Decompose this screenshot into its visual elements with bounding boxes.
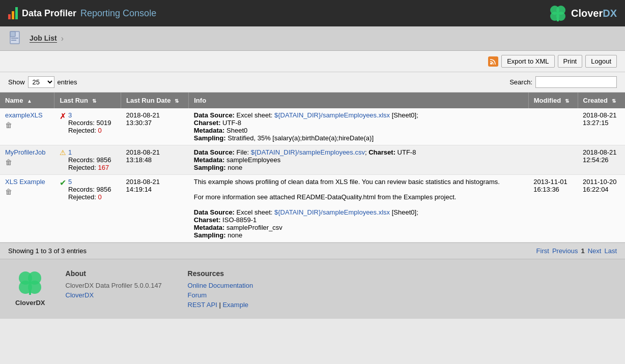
app-name: Data Profiler (22, 8, 76, 19)
info-metadata: sampleEmployees (224, 156, 280, 164)
pagination-next[interactable]: Next (588, 247, 602, 255)
job-name-link[interactable]: XLS Example (5, 178, 45, 186)
job-name-cell: exampleXLS 🗑 (0, 108, 54, 145)
breadcrumb-arrow: › (61, 34, 64, 43)
info-datasource-label: Data Source: (194, 208, 235, 216)
breadcrumb-bar: Job List › (0, 26, 625, 51)
status-error-icon: ✗ (60, 111, 66, 121)
modified-cell (528, 108, 578, 145)
info-metadata-label: Metadata: (194, 224, 225, 231)
info-sampling: Stratified, 35% [salary(a);birthDate(a);… (226, 134, 374, 142)
info-datasource: Excel sheet: ${DATAIN_DIR}/sampleEmploye… (235, 208, 418, 216)
api-example-links: REST API | Example (188, 301, 290, 309)
doc-link[interactable]: Online Documentation (188, 282, 290, 289)
rejected-label: Rejected: 167 (68, 164, 111, 171)
modified-time: 16:13:36 (533, 186, 559, 193)
col-last-run[interactable]: Last Run ⇅ (54, 93, 121, 108)
pagination-previous[interactable]: Previous (552, 247, 578, 255)
created-cell: 2011-10-20 16:22:04 (578, 175, 625, 242)
pagination-bar: Showing 1 to 3 of 3 entries First Previo… (0, 242, 625, 259)
last-run-date-cell: 2018-08-21 13:18:48 (121, 145, 189, 175)
showing-text: Showing 1 to 3 of 3 entries (8, 247, 87, 255)
created-date: 2018-08-21 (583, 111, 617, 119)
footer-clover-icon (17, 269, 43, 296)
info-datasource-label: Data Source: (194, 148, 235, 156)
job-name-link[interactable]: MyProfilerJob (5, 148, 45, 156)
show-entries-bar: Show 25 50 100 entries Search: (0, 72, 625, 93)
rejected-value: 167 (98, 164, 109, 171)
search-label: Search: (509, 78, 532, 86)
created-time: 13:27:15 (583, 119, 609, 127)
rest-api-link[interactable]: REST API (188, 301, 217, 309)
table-row: XLS Example 🗑 ✔ 5 Records: 9856 Rejected… (0, 175, 625, 242)
records-value: 5019 (97, 119, 111, 127)
modified-cell (528, 145, 578, 175)
breadcrumb-link[interactable]: Job List (30, 34, 57, 43)
info-datasource: Excel sheet: ${DATAIN_DIR}/sampleEmploye… (235, 111, 418, 119)
info-metadata: sampleProfiler_csv (224, 224, 282, 231)
last-run-cell: ✔ 5 Records: 9856 Rejected: 0 (54, 175, 121, 242)
jobs-table: Name ▲ Last Run ⇅ Last Run Date ⇅ Info M… (0, 93, 625, 242)
pagination-last[interactable]: Last (604, 247, 617, 255)
search-area: Search: (509, 76, 617, 88)
page-footer: CloverDX About CloverDX Data Profiler 5.… (0, 259, 625, 319)
info-charset: UTF-8 (221, 119, 241, 127)
pagination-first[interactable]: First (536, 247, 549, 255)
run-time: 14:19:14 (126, 186, 152, 193)
created-date: 2011-10-20 (583, 178, 617, 186)
clover-icon (549, 4, 567, 22)
search-input[interactable] (535, 76, 617, 88)
run-number-link[interactable]: 5 (68, 178, 111, 186)
svg-rect-14 (29, 291, 31, 295)
entries-label: entries (58, 78, 77, 86)
table-header-row: Name ▲ Last Run ⇅ Last Run Date ⇅ Info M… (0, 93, 625, 108)
example-link[interactable]: Example (222, 301, 248, 309)
info-charset-label: Charset: (194, 119, 221, 127)
app-header: Data Profiler Reporting Console CloverDX (0, 0, 625, 26)
info-desc1: This example shows profiling of clean da… (194, 178, 500, 186)
table-row: exampleXLS 🗑 ✗ 3 Records: 5019 Rejected:… (0, 108, 625, 145)
status-ok-icon: ✔ (60, 178, 66, 188)
forum-link[interactable]: Forum (188, 291, 290, 299)
pagination-current: 1 (581, 247, 584, 255)
svg-rect-8 (11, 40, 16, 41)
col-name[interactable]: Name ▲ (0, 93, 54, 108)
job-name-cell: MyProfilerJob 🗑 (0, 145, 54, 175)
about-link[interactable]: CloverDX (66, 291, 167, 299)
run-time: 13:30:37 (126, 119, 152, 127)
print-button[interactable]: Print (558, 55, 583, 68)
toolbar: Export to XML Print Logout (0, 51, 625, 72)
app-subtitle: Reporting Console (80, 8, 156, 19)
rss-icon[interactable] (488, 56, 498, 67)
records-label: Records: 5019 (68, 119, 111, 127)
about-title: About (66, 269, 167, 278)
info-desc2: For more information see attached README… (194, 193, 457, 201)
footer-logo: CloverDX (15, 269, 45, 307)
job-name-cell: XLS Example 🗑 (0, 175, 54, 242)
svg-rect-4 (557, 18, 559, 21)
svg-rect-7 (11, 38, 18, 39)
run-number-link[interactable]: 1 (68, 148, 111, 156)
last-run-date-cell: 2018-08-21 13:30:37 (121, 108, 189, 145)
delete-icon[interactable]: 🗑 (5, 158, 49, 166)
info-metadata-label: Metadata: (194, 127, 225, 134)
export-xml-button[interactable]: Export to XML (501, 55, 554, 68)
records-label: Records: 9856 (68, 156, 111, 164)
info-charset-label: Charset: UTF-8 (368, 148, 416, 156)
modified-cell: 2013-11-01 16:13:36 (528, 175, 578, 242)
run-time: 13:18:48 (126, 156, 152, 164)
col-last-run-date[interactable]: Last Run Date ⇅ (121, 93, 189, 108)
info-cell: Data Source: File: ${DATAIN_DIR}/sampleE… (189, 145, 529, 175)
col-modified[interactable]: Modified ⇅ (528, 93, 578, 108)
delete-icon[interactable]: 🗑 (5, 188, 49, 196)
logout-button[interactable]: Logout (585, 55, 617, 68)
run-number-link[interactable]: 3 (68, 111, 111, 119)
show-label: Show (8, 78, 25, 86)
info-charset: ISO-8859-1 (221, 216, 257, 224)
last-run-cell: ⚠ 1 Records: 9856 Rejected: 167 (54, 145, 121, 175)
created-time: 16:22:04 (583, 186, 609, 193)
show-select[interactable]: 25 50 100 (28, 76, 54, 88)
job-name-link[interactable]: exampleXLS (5, 111, 43, 119)
col-created[interactable]: Created ⇅ (578, 93, 625, 108)
delete-icon[interactable]: 🗑 (5, 121, 49, 129)
